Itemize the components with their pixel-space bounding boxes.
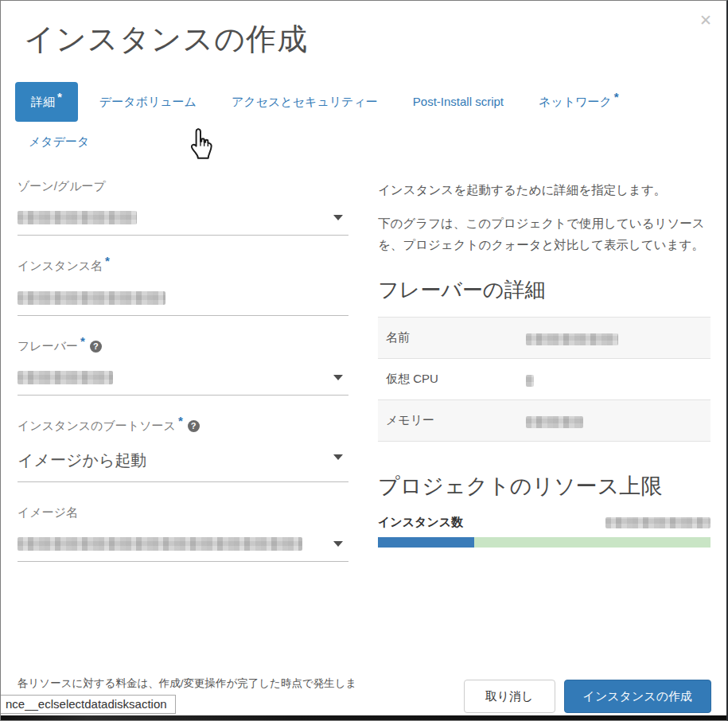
tab-data-volume-label: データボリューム [99, 95, 197, 108]
field-boot-source: インスタンスのブートソース * ? イメージから起動 [18, 419, 348, 482]
modal-body: ゾーン/グループ インスタンス名 * フレーバー * ? [18, 179, 710, 585]
flavor-label-text: フレーバー [18, 339, 78, 354]
image-name-label: イメージ名 [18, 505, 348, 520]
required-asterisk: * [80, 334, 85, 348]
form-column: ゾーン/グループ インスタンス名 * フレーバー * ? [18, 179, 348, 585]
table-row: 仮想 CPU [378, 359, 710, 400]
memory-value [518, 400, 710, 442]
required-asterisk: * [178, 414, 183, 427]
flavor-name-value [518, 318, 710, 359]
tab-bar: 詳細* データボリューム アクセスとセキュリティー Post-Install s… [15, 82, 712, 162]
field-image-name: イメージ名 [18, 505, 348, 562]
tab-metadata[interactable]: メタデータ [15, 122, 103, 162]
vcpu-label: 仮想 CPU [378, 359, 518, 400]
flavor-name-label: 名前 [378, 318, 518, 359]
field-zone-group: ゾーン/グループ [18, 179, 348, 236]
page-behind-modal [0, 715, 728, 721]
modal-title: インスタンスの作成 [24, 19, 728, 60]
tab-access-security[interactable]: アクセスとセキュリティー [218, 82, 391, 122]
tab-post-install-script[interactable]: Post-Install script [399, 82, 517, 122]
required-asterisk: * [57, 90, 62, 103]
redacted-value [605, 517, 710, 528]
instance-name-label-text: インスタンス名 [18, 259, 103, 274]
flavor-select[interactable] [18, 366, 348, 396]
chevron-down-icon [333, 541, 343, 547]
chevron-down-icon [333, 454, 343, 460]
tab-post-install-script-label: Post-Install script [413, 95, 504, 108]
project-limits-heading: プロジェクトのリソース上限 [378, 472, 710, 501]
tab-network[interactable]: ネットワーク* [525, 82, 633, 122]
instance-count-label: インスタンス数 [378, 515, 463, 530]
intro-text-2: 下のグラフは、このプロジェクトで使用しているリソースを、プロジェクトのクォータと… [378, 212, 710, 255]
intro-text-1: インスタンスを起動するために詳細を指定します。 [378, 179, 710, 201]
flavor-label: フレーバー * ? [18, 339, 348, 354]
flavor-details-heading: フレーバーの詳細 [378, 276, 710, 304]
help-icon[interactable]: ? [90, 341, 102, 353]
table-row: 名前 [378, 318, 710, 359]
field-flavor: フレーバー * ? [18, 339, 348, 396]
tab-metadata-label: メタデータ [29, 134, 89, 148]
cancel-button[interactable]: 取り消し [464, 680, 555, 713]
redacted-value [18, 537, 302, 551]
tab-access-security-label: アクセスとセキュリティー [232, 95, 378, 108]
chevron-down-icon [333, 215, 343, 220]
instance-quota-bar-used [378, 537, 474, 548]
flavor-details-table: 名前 仮想 CPU メモリー [378, 317, 710, 442]
required-asterisk: * [105, 254, 110, 267]
tab-details-label: 詳細 [31, 95, 55, 108]
table-row: メモリー [378, 400, 710, 442]
zone-group-select[interactable] [18, 206, 348, 236]
close-icon[interactable]: ✕ [699, 13, 712, 28]
tab-details[interactable]: 詳細* [15, 82, 78, 122]
instance-count-row: インスタンス数 [378, 515, 710, 530]
boot-source-label-text: インスタンスのブートソース [18, 419, 176, 434]
redacted-value [18, 291, 165, 305]
chevron-down-icon [333, 375, 343, 380]
instance-quota-bar [378, 537, 710, 548]
instance-name-input[interactable] [18, 286, 348, 315]
redacted-value [526, 416, 583, 428]
boot-source-label: インスタンスのブートソース * ? [18, 419, 348, 434]
zone-group-label: ゾーン/グループ [18, 179, 348, 194]
help-icon[interactable]: ? [188, 420, 200, 432]
browser-status-bar: nce__eclselectdatadisksaction [0, 695, 176, 714]
redacted-value [526, 375, 534, 387]
redacted-value [18, 371, 113, 384]
create-instance-button[interactable]: インスタンスの作成 [564, 680, 711, 713]
field-instance-name: インスタンス名 * [18, 259, 348, 315]
instance-name-label: インスタンス名 * [18, 259, 348, 274]
required-asterisk: * [614, 90, 619, 103]
redacted-value [18, 211, 137, 224]
boot-source-value: イメージから起動 [18, 451, 146, 469]
tab-network-label: ネットワーク [539, 95, 612, 108]
help-column: インスタンスを起動するために詳細を指定します。 下のグラフは、このプロジェクトで… [378, 179, 710, 585]
modal-footer-buttons: 取り消し インスタンスの作成 [464, 680, 711, 713]
memory-label: メモリー [378, 400, 518, 442]
boot-source-select[interactable]: イメージから起動 [18, 446, 348, 482]
vcpu-value [518, 359, 710, 400]
redacted-value [526, 333, 618, 345]
tab-data-volume[interactable]: データボリューム [86, 82, 210, 122]
image-name-select[interactable] [18, 532, 348, 562]
